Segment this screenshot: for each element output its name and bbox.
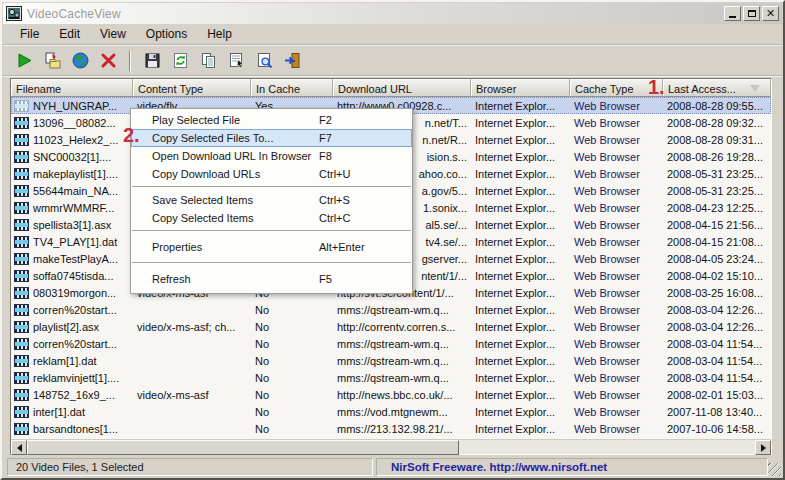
- menu-file[interactable]: File: [10, 24, 49, 44]
- annotation-2: 2.: [123, 124, 140, 147]
- table-row[interactable]: playlist[2].asx video/x-ms-asf; ch... No…: [11, 318, 771, 335]
- menu-item-label: Copy Selected Items: [131, 212, 317, 224]
- cell-filename: playlist[2].asx: [11, 321, 133, 333]
- cell-cache-type: Web Browser: [570, 253, 663, 265]
- app-window: VideoCacheView ✕ File Edit View Options …: [0, 0, 785, 480]
- cell-cache-type: Web Browser: [570, 355, 663, 367]
- context-menu-item[interactable]: Open Download URL In Browser F8: [131, 147, 412, 165]
- column-header-browser[interactable]: Browser: [471, 79, 570, 97]
- cell-last-access: 2008-03-04 11:54...: [663, 355, 771, 367]
- play-button[interactable]: [13, 50, 35, 72]
- cell-browser: Internet Explor...: [471, 270, 570, 282]
- cell-browser: Internet Explor...: [471, 321, 570, 333]
- column-header-download-url[interactable]: Download URL: [333, 79, 471, 97]
- table-row[interactable]: 148752_16x9_... video/x-ms-asf No http:/…: [11, 386, 771, 403]
- save-button[interactable]: [141, 50, 163, 72]
- cell-cache-type: Web Browser: [570, 287, 663, 299]
- exit-button[interactable]: [281, 50, 303, 72]
- menu-help[interactable]: Help: [197, 24, 242, 44]
- find-button[interactable]: [253, 50, 275, 72]
- cell-filename: 080319morgon...: [11, 287, 133, 299]
- cell-cache-type: Web Browser: [570, 389, 663, 401]
- cell-cache-type: Web Browser: [570, 151, 663, 163]
- cell-last-access: 2008-08-26 19:28...: [663, 151, 771, 163]
- table-row[interactable]: corren%20start... No mms://qstream-wm.q.…: [11, 301, 771, 318]
- save-icon: [143, 51, 162, 70]
- cell-download-url: http://news.bbc.co.uk/...: [333, 389, 471, 401]
- film-strip-icon: [14, 372, 29, 384]
- close-button[interactable]: ✕: [762, 6, 779, 21]
- column-header-in-cache[interactable]: In Cache: [251, 79, 333, 97]
- cell-filename: spellista3[1].asx: [11, 219, 133, 231]
- context-menu-item[interactable]: Properties Alt+Enter: [131, 235, 412, 259]
- cell-cache-type: Web Browser: [570, 372, 663, 384]
- copy-files-to-button[interactable]: [41, 50, 63, 72]
- menu-item-label: Refresh: [131, 273, 317, 285]
- column-header-filename[interactable]: Filename: [11, 79, 133, 97]
- nirsoft-link[interactable]: NirSoft Freeware. http://www.nirsoft.net: [385, 461, 607, 473]
- exit-door-icon: [283, 51, 302, 70]
- table-row[interactable]: reklam[1].dat No mms://qstream-wm.q... I…: [11, 352, 771, 369]
- menu-item-label: Save Selected Items: [131, 194, 317, 206]
- properties-button[interactable]: [225, 50, 247, 72]
- scroll-left-button[interactable]: [11, 440, 27, 455]
- maximize-button[interactable]: [743, 6, 760, 21]
- cell-last-access: 2008-04-05 23:24...: [663, 253, 771, 265]
- table-row[interactable]: corren%20start... No mms://qstream-wm.q.…: [11, 335, 771, 352]
- context-menu-item[interactable]: Copy Selected Items Ctrl+C: [131, 209, 412, 227]
- cell-cache-type: Web Browser: [570, 321, 663, 333]
- cell-filename: reklam[1].dat: [11, 355, 133, 367]
- scrollbar-thumb[interactable]: [27, 440, 459, 455]
- horizontal-scrollbar[interactable]: [11, 439, 771, 454]
- film-strip-icon: [14, 100, 29, 112]
- cell-filename: wmmrWMMRF...: [11, 202, 133, 214]
- cell-browser: Internet Explor...: [471, 134, 570, 146]
- cell-browser: Internet Explor...: [471, 168, 570, 180]
- app-icon[interactable]: [6, 6, 22, 21]
- toolbar-separator: [129, 51, 131, 71]
- film-strip-icon: [14, 304, 29, 316]
- copy-button[interactable]: [197, 50, 219, 72]
- open-in-browser-button[interactable]: [69, 50, 91, 72]
- menu-view[interactable]: View: [90, 24, 136, 44]
- cell-browser: Internet Explor...: [471, 406, 570, 418]
- cell-filename: makeTestPlayA...: [11, 253, 133, 265]
- cell-download-url: mms://qstream-wm.q...: [333, 372, 471, 384]
- minimize-button[interactable]: [724, 6, 741, 21]
- cell-last-access: 2008-03-04 12:26...: [663, 304, 771, 316]
- delete-button[interactable]: [97, 50, 119, 72]
- cell-browser: Internet Explor...: [471, 219, 570, 231]
- cell-download-url: mms://vod.mtgnewm...: [333, 406, 471, 418]
- column-header-content-type[interactable]: Content Type: [133, 79, 251, 97]
- cell-browser: Internet Explor...: [471, 185, 570, 197]
- column-header-last-access[interactable]: Last Access...: [663, 79, 771, 97]
- arrow-left-icon: [17, 444, 22, 452]
- table-row[interactable]: barsandtones[1... No mms://213.132.98.21…: [11, 420, 771, 437]
- cell-cache-type: Web Browser: [570, 423, 663, 435]
- context-menu-item[interactable]: Refresh F5: [131, 267, 412, 291]
- context-menu-item[interactable]: Play Selected File F2: [131, 111, 412, 129]
- delete-x-icon: [99, 51, 118, 70]
- cell-cache-type: Web Browser: [570, 134, 663, 146]
- menu-item-shortcut: Alt+Enter: [317, 241, 412, 253]
- scroll-right-button[interactable]: [755, 440, 771, 455]
- context-menu-item[interactable]: Save Selected Items Ctrl+S: [131, 191, 412, 209]
- refresh-button[interactable]: [169, 50, 191, 72]
- context-menu-item[interactable]: Copy Selected Files To... F7: [131, 129, 412, 147]
- menu-item-shortcut: F8: [317, 150, 412, 162]
- title-bar[interactable]: VideoCacheView ✕: [3, 3, 782, 24]
- context-menu-item[interactable]: Copy Download URLs Ctrl+U: [131, 165, 412, 183]
- cell-in-cache: No: [251, 389, 333, 401]
- cell-download-url: mms://213.132.98.21/...: [333, 423, 471, 435]
- table-row[interactable]: reklamvinjett[1].... No mms://qstream-wm…: [11, 369, 771, 386]
- status-freeware-panel: NirSoft Freeware. http://www.nirsoft.net: [376, 458, 768, 476]
- table-row[interactable]: inter[1].dat No mms://vod.mtgnewm... Int…: [11, 403, 771, 420]
- film-strip-icon: [14, 338, 29, 350]
- annotation-1: 1.: [648, 76, 665, 99]
- cell-last-access: 2007-11-08 13:40...: [663, 406, 771, 418]
- cell-browser: Internet Explor...: [471, 389, 570, 401]
- film-strip-icon: [14, 270, 29, 282]
- menu-options[interactable]: Options: [136, 24, 197, 44]
- resize-grip[interactable]: [768, 463, 781, 476]
- menu-edit[interactable]: Edit: [49, 24, 90, 44]
